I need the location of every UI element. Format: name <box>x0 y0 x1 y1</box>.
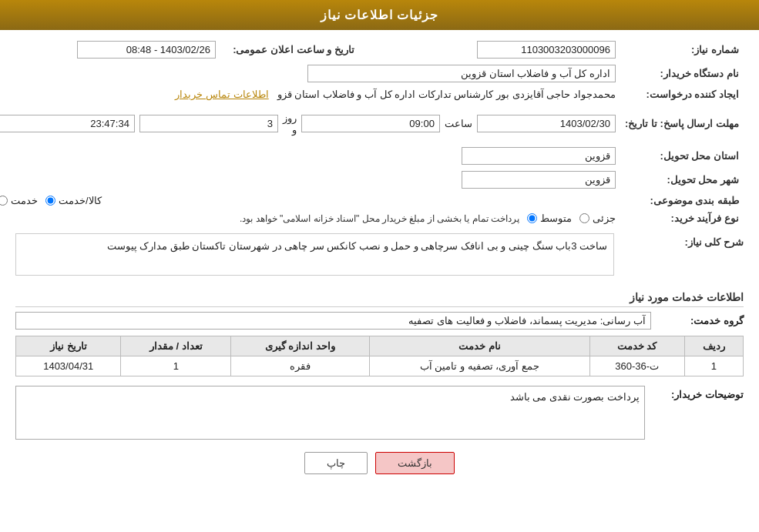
col-unit: واحد اندازه گیری <box>231 336 370 356</box>
cell-service-name: جمع آوری، تصفیه و تامین آب <box>369 356 589 376</box>
cell-date: 1403/04/31 <box>16 356 121 376</box>
buyer-org-value: اداره کل آب و فاضلاب استان قزوین <box>0 62 620 85</box>
category-kala-khadamat-radio[interactable] <box>45 196 55 206</box>
need-description-text: ساخت 3باب سنگ چینی و بی انافک سرچاهی و ح… <box>107 240 607 252</box>
buyer-notes-box: پرداخت بصورت نقدی می باشد <box>15 386 645 440</box>
need-number-label: شماره نیاز: <box>620 38 744 62</box>
need-number-value: 1103003203000096 <box>359 38 620 62</box>
buyer-org-label: نام دستگاه خریدار: <box>620 62 744 85</box>
purchase-jozei-label: جزئی <box>593 212 616 224</box>
service-group-text: آب رسانی: مدیریت پسماند، فاضلاب و فعالیت… <box>408 315 646 326</box>
delivery-city-label: شهر محل تحویل: <box>620 168 744 192</box>
table-row: 1 ت-36-360 جمع آوری، تصفیه و تامین آب فق… <box>16 356 744 376</box>
purchase-jozei-item[interactable]: جزئی <box>579 212 616 224</box>
cell-quantity: 1 <box>121 356 231 376</box>
purchase-jozei-radio[interactable] <box>579 213 589 223</box>
page-header: جزئیات اطلاعات نیاز <box>0 0 759 30</box>
purchase-motavaset-radio[interactable] <box>527 213 537 223</box>
page-title: جزئیات اطلاعات نیاز <box>321 8 439 22</box>
send-time-label: ساعت <box>445 118 472 129</box>
need-number-field: 1103003203000096 <box>477 41 616 59</box>
send-days-label: روز و <box>283 112 297 136</box>
category-khadamat-radio[interactable] <box>0 196 8 206</box>
need-description-label: شرح کلی نیاز: <box>620 233 744 248</box>
announce-date-field: 1403/02/26 - 08:48 <box>77 41 216 59</box>
purchase-motavaset-label: متوسط <box>540 212 572 224</box>
announce-date-value: 1403/02/26 - 08:48 <box>0 38 220 62</box>
send-days-field: 3 <box>139 115 278 132</box>
category-khadamat-item[interactable]: خدمت <box>0 195 38 206</box>
cell-service-code: ت-36-360 <box>589 356 684 376</box>
purchase-note: پرداخت تمام یا بخشی از مبلغ خریدار محل "… <box>240 213 519 224</box>
service-group-value: آب رسانی: مدیریت پسماند، فاضلاب و فعالیت… <box>15 312 651 330</box>
purchase-type-label: نوع فرآیند خرید: <box>620 209 744 227</box>
send-deadline-label: مهلت ارسال پاسخ: تا تاریخ: <box>620 103 744 144</box>
col-service-code: کد خدمت <box>589 336 684 356</box>
cell-row-num: 1 <box>684 356 743 376</box>
creator-label: ایجاد کننده درخواست: <box>620 85 744 103</box>
category-label: طبقه بندی موضوعی: <box>620 192 744 209</box>
announce-date-label: تاریخ و ساعت اعلان عمومی: <box>220 38 359 62</box>
buyer-org-field: اداره کل آب و فاضلاب استان قزوین <box>307 65 616 82</box>
buyer-notes-text: پرداخت بصورت نقدی می باشد <box>510 391 640 403</box>
category-khadamat-label: خدمت <box>11 195 38 206</box>
services-section-title: اطلاعات خدمات مورد نیاز <box>15 291 744 307</box>
send-time-field: 09:00 <box>301 115 440 132</box>
cell-unit: فقره <box>231 356 370 376</box>
send-remaining-field: 23:47:34 <box>0 115 135 132</box>
creator-name: محمدجواد حاجی آقایزدی بور کارشناس تدارکا… <box>277 89 616 100</box>
category-kala-khadamat-label: کالا/خدمت <box>59 195 102 206</box>
buyer-notes-label: توضیحات خریدار: <box>651 386 744 400</box>
service-group-label: گروه خدمت: <box>651 315 744 326</box>
bottom-buttons: بازگشت چاپ <box>15 452 744 474</box>
delivery-province-field: قزوین <box>462 147 616 165</box>
delivery-city-value: قزوین <box>0 168 620 192</box>
services-table: ردیف کد خدمت نام خدمت واحد اندازه گیری ت… <box>15 336 744 376</box>
category-kala-khadamat-item[interactable]: کالا/خدمت <box>45 195 102 206</box>
col-quantity: تعداد / مقدار <box>121 336 231 356</box>
print-button[interactable]: چاپ <box>304 452 368 474</box>
delivery-province-label: استان محل تحویل: <box>620 144 744 168</box>
main-info-table: شماره نیاز: 1103003203000096 تاریخ و ساع… <box>0 38 744 227</box>
send-deadline-value: 1403/02/30 ساعت 09:00 روز و 3 23:47:34 س… <box>0 103 620 144</box>
send-date-field: 1403/02/30 <box>477 115 616 132</box>
delivery-province-value: قزوین <box>0 144 620 168</box>
col-date: تاریخ نیاز <box>16 336 121 356</box>
creator-contact-link[interactable]: اطلاعات تماس خریدار <box>175 89 268 100</box>
need-description-box: ساخت 3باب سنگ چینی و بی انافک سرچاهی و ح… <box>15 233 614 276</box>
col-service-name: نام خدمت <box>369 336 589 356</box>
purchase-motavaset-item[interactable]: متوسط <box>527 212 572 224</box>
creator-value: محمدجواد حاجی آقایزدی بور کارشناس تدارکا… <box>0 85 620 103</box>
purchase-type-value: جزئی متوسط پرداخت تمام یا بخشی از مبلغ خ… <box>0 209 620 227</box>
col-row-num: ردیف <box>684 336 743 356</box>
back-button[interactable]: بازگشت <box>375 452 455 474</box>
category-value: کالا خدمت کالا/خدمت <box>0 192 620 209</box>
delivery-city-field: قزوین <box>462 171 616 189</box>
